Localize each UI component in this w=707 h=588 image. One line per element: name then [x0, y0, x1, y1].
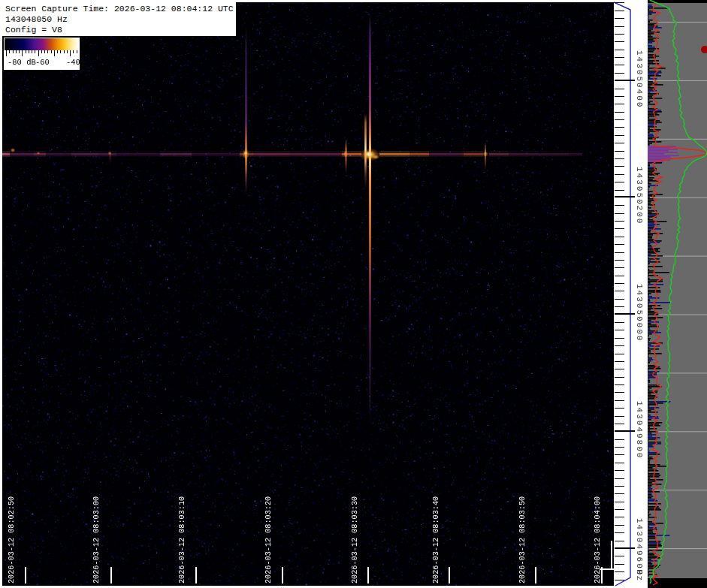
- frequency-minor-tick: [615, 502, 624, 502]
- frequency-minor-tick: [615, 26, 624, 27]
- frequency-minor-tick: [615, 424, 624, 424]
- frequency-axis-label: 143050200: [635, 167, 644, 225]
- colorbar-tick: [35, 50, 35, 53]
- colorbar-tick: [57, 50, 58, 53]
- waterfall-spectrogram-canvas: [2, 2, 614, 586]
- frequency-minor-tick: [615, 338, 624, 339]
- frequency-minor-tick: [615, 104, 624, 104]
- frequency-minor-tick: [615, 182, 624, 182]
- frequency-minor-tick: [615, 143, 624, 143]
- frequency-minor-tick: [615, 361, 624, 362]
- frequency-minor-tick: [615, 11, 624, 11]
- frequency-minor-tick: [615, 478, 624, 479]
- frequency-minor-tick: [615, 354, 624, 354]
- frequency-minor-tick: [615, 190, 624, 191]
- frequency-minor-tick: [615, 2, 624, 3]
- frequency-minor-tick: [615, 205, 624, 206]
- frequency-major-tick: [615, 430, 635, 432]
- frequency-minor-tick: [615, 213, 624, 214]
- frequency-minor-tick: [615, 330, 624, 330]
- frequency-minor-tick: [615, 345, 624, 346]
- frequency-minor-tick: [615, 564, 624, 565]
- config-text: Config = V8: [5, 25, 236, 35]
- frequency-minor-tick: [615, 299, 624, 300]
- frequency-minor-tick: [615, 57, 624, 58]
- frequency-minor-tick: [615, 228, 624, 229]
- frequency-minor-tick: [615, 50, 624, 50]
- frequency-minor-tick: [615, 34, 624, 35]
- frequency-minor-tick: [615, 174, 624, 175]
- frequency-major-tick: [615, 196, 635, 198]
- amplitude-colorbar: -80 dB -60 -40: [4, 38, 80, 70]
- colorbar-gradient: [5, 38, 79, 50]
- frequency-minor-tick: [615, 260, 624, 261]
- frequency-major-tick: [615, 313, 635, 315]
- colorbar-label-40: -40: [66, 58, 80, 67]
- frequency-minor-tick: [615, 486, 624, 487]
- frequency-minor-tick: [615, 509, 624, 510]
- frequency-minor-tick: [615, 65, 624, 65]
- colorbar-tick: [77, 50, 77, 53]
- frequency-minor-tick: [615, 276, 624, 276]
- frequency-minor-tick: [615, 580, 624, 580]
- colorbar-tick: [22, 50, 23, 56]
- frequency-minor-tick: [615, 377, 624, 378]
- frequency-axis-label: 143049800: [635, 401, 644, 459]
- colorbar-tick: [26, 50, 26, 53]
- frequency-minor-tick: [615, 571, 624, 572]
- colorbar-tick: [16, 50, 17, 53]
- colorbar-tick: [13, 50, 14, 53]
- colorbar-tick: [9, 50, 10, 53]
- frequency-minor-tick: [615, 41, 624, 42]
- colorbar-tick: [19, 50, 20, 53]
- frequency-minor-tick: [615, 244, 624, 245]
- frequency-unit-label: Hz: [635, 569, 644, 582]
- colorbar-tick: [51, 50, 52, 53]
- frequency-minor-tick: [615, 470, 624, 471]
- frequency-major-tick: [615, 80, 635, 81]
- frequency-minor-tick: [615, 89, 624, 89]
- spectrogram-capture-screen: 2026-03-12 08:02:502026-03-12 08:03:0020…: [0, 0, 707, 588]
- colorbar-tick: [41, 50, 42, 53]
- frequency-minor-tick: [615, 525, 624, 526]
- colorbar-tick: [6, 50, 7, 56]
- frequency-minor-tick: [615, 96, 624, 97]
- frame-corner-mark-vertical: [611, 541, 612, 570]
- frequency-scale: 1430504001430502001430500001430498001430…: [614, 0, 648, 588]
- colorbar-tick: [70, 50, 71, 56]
- colorbar-labels: -80 dB -60 -40: [5, 59, 79, 68]
- frequency-minor-tick: [615, 237, 624, 237]
- frequency-major-tick: [615, 547, 635, 549]
- frame-corner-mark-horizontal: [600, 568, 614, 570]
- frequency-minor-tick: [615, 267, 624, 268]
- frequency-minor-tick: [615, 369, 624, 369]
- frequency-minor-tick: [615, 283, 624, 284]
- colorbar-tick: [73, 50, 74, 53]
- frequency-minor-tick: [615, 493, 624, 494]
- frequency-minor-tick: [615, 322, 624, 323]
- colorbar-tick: [38, 50, 39, 56]
- frequency-minor-tick: [615, 556, 624, 556]
- frequency-axis-label: 143050400: [635, 50, 644, 108]
- frequency-minor-tick: [615, 112, 624, 113]
- frequency-minor-tick: [615, 532, 624, 533]
- colorbar-label-80db: -80 dB: [8, 58, 36, 67]
- frequency-minor-tick: [615, 306, 624, 307]
- colorbar-tick: [67, 50, 68, 53]
- colorbar-tick: [32, 50, 32, 53]
- center-frequency-text: 143048050 Hz: [5, 14, 236, 25]
- frequency-minor-tick: [615, 73, 624, 74]
- frequency-minor-tick: [615, 221, 624, 222]
- frequency-minor-tick: [615, 541, 624, 541]
- frequency-minor-tick: [615, 384, 624, 385]
- frequency-minor-tick: [615, 119, 624, 120]
- frequency-minor-tick: [615, 158, 624, 159]
- frequency-minor-tick: [615, 517, 624, 517]
- colorbar-label-60: -60: [35, 58, 50, 67]
- frequency-minor-tick: [615, 18, 624, 19]
- frame-border-left: [0, 0, 2, 588]
- colorbar-tick: [60, 50, 61, 53]
- frequency-minor-tick: [615, 439, 624, 440]
- frequency-minor-tick: [615, 127, 624, 128]
- capture-info-box: Screen Capture Time: 2026-03-12 08:04:12…: [2, 2, 236, 36]
